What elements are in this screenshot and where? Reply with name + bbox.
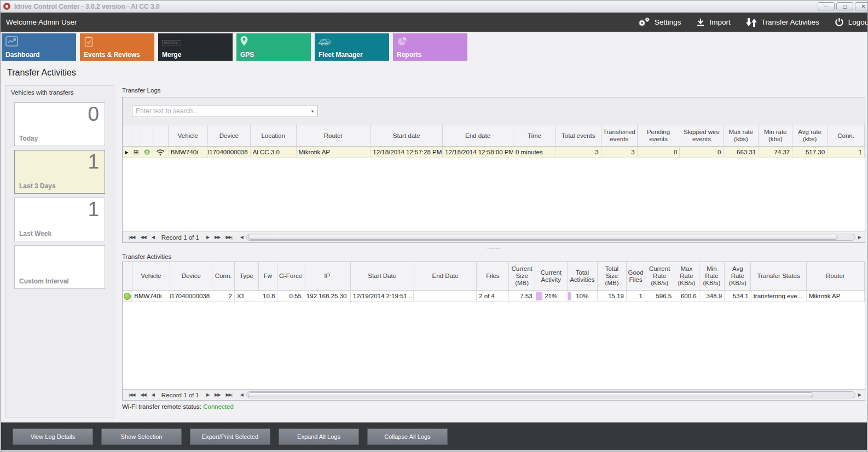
ta-next-page-button[interactable]: ▶▶: [215, 392, 220, 397]
col-ta-total-size[interactable]: Total Size (MB): [598, 262, 627, 290]
expand-row-icon[interactable]: ⊞: [131, 147, 141, 158]
col-ta-end-date[interactable]: End Date: [414, 262, 477, 290]
ta-scrollbar-track[interactable]: [246, 391, 855, 398]
wifi-status-line: Wi-Fi transfer remote status: Connected: [122, 403, 234, 410]
card-custom-interval[interactable]: Custom Interval: [14, 245, 105, 289]
tile-events-reviews[interactable]: Events & Reviews: [80, 33, 154, 61]
tile-dashboard[interactable]: Dashboard: [2, 33, 76, 61]
total-activities-progress-bar: [568, 292, 571, 300]
card-today-label: Today: [19, 135, 38, 142]
col-ta-fw[interactable]: Fw: [259, 262, 278, 290]
col-ta-min-rate[interactable]: Min Rate (KB/s): [699, 262, 725, 290]
col-device[interactable]: Device: [208, 125, 251, 146]
ta-scroll-left-icon[interactable]: ◀: [240, 392, 244, 397]
sidebar-title: Vehicles with transfers: [11, 89, 114, 96]
ta-prev-page-button[interactable]: ◀◀: [140, 392, 146, 397]
first-record-button[interactable]: |◀◀: [129, 235, 135, 240]
transfer-activities-row[interactable]: BMW740i 017040000038 2 X1 10.8 0.55 192.…: [123, 291, 865, 302]
scrollbar-track[interactable]: [246, 234, 855, 241]
scroll-right-icon[interactable]: ▶: [858, 235, 861, 240]
minimize-button[interactable]: —: [818, 2, 835, 10]
panel-splitter[interactable]: ••••••: [122, 246, 865, 251]
col-ta-good-files[interactable]: Good Files: [627, 262, 645, 290]
import-button[interactable]: Import: [696, 18, 730, 27]
view-log-details-button[interactable]: View Log Details: [13, 428, 93, 445]
collapse-all-logs-button[interactable]: Collapse All Logs: [367, 428, 448, 445]
col-ta-ip[interactable]: IP: [304, 262, 351, 290]
card-today[interactable]: 0 Today: [14, 102, 105, 146]
card-last-3-days[interactable]: 1 Last 3 Days: [14, 150, 105, 194]
col-ta-total-activities[interactable]: Total Activities: [568, 262, 598, 290]
col-ta-vehicle[interactable]: Vehicle: [132, 262, 171, 290]
col-indicator: [123, 125, 131, 146]
merge-icon: MERGE: [162, 36, 181, 46]
tile-fleet-manager[interactable]: Fleet Manager: [315, 33, 389, 61]
scrollbar-thumb[interactable]: [248, 235, 838, 240]
col-vehicle[interactable]: Vehicle: [169, 125, 208, 146]
next-record-button[interactable]: ▶: [206, 235, 209, 240]
dropdown-arrow-icon[interactable]: ▼: [308, 109, 317, 113]
tile-gps[interactable]: GPS: [236, 33, 311, 61]
col-router[interactable]: Router: [297, 125, 371, 146]
cell-ta-fw: 10.8: [258, 291, 277, 302]
card-last-week[interactable]: 1 Last Week: [14, 198, 105, 241]
maximize-button[interactable]: ▢: [836, 2, 853, 10]
cell-ta-ip: 192.168.25.30: [304, 291, 351, 302]
col-ta-avg-rate[interactable]: Avg Rate (KB/s): [725, 262, 751, 290]
settings-button[interactable]: Settings: [638, 18, 681, 27]
cell-avg-rate: 517.30: [792, 147, 828, 158]
chart-icon: [5, 36, 19, 47]
col-total-events[interactable]: Total events: [556, 125, 601, 146]
cell-ta-max-rate: 600.6: [674, 291, 699, 302]
col-ta-max-rate[interactable]: Max Rate (KB/s): [674, 262, 699, 290]
col-end-date[interactable]: End date: [443, 125, 513, 146]
col-ta-current-size[interactable]: Current Size (MB): [509, 262, 535, 290]
expand-all-logs-button[interactable]: Expand All Logs: [279, 428, 359, 445]
logout-label: Logout: [848, 18, 868, 26]
export-print-selected-button[interactable]: Export/Print Selected: [190, 428, 270, 445]
tile-reports[interactable]: Reports: [393, 33, 467, 61]
col-skipped-wire-events[interactable]: Skipped wire events: [680, 125, 724, 146]
transfer-activities-button[interactable]: Transfer Activities: [746, 18, 819, 27]
col-pending-events[interactable]: Pending events: [638, 125, 680, 146]
col-conn[interactable]: Conn.: [828, 125, 865, 146]
col-avg-rate[interactable]: Avg rate (kbs): [792, 125, 828, 146]
col-ta-gforce[interactable]: G-Force: [277, 262, 304, 290]
next-page-button[interactable]: ▶▶: [215, 235, 220, 240]
ta-scroll-right-icon[interactable]: ▶: [858, 392, 861, 397]
col-ta-type[interactable]: Type: [235, 262, 259, 290]
col-start-date[interactable]: Start date: [371, 125, 443, 146]
col-ta-device[interactable]: Device: [170, 262, 212, 290]
prev-page-button[interactable]: ◀◀: [140, 235, 146, 240]
ta-scrollbar-thumb[interactable]: [248, 392, 813, 397]
col-ta-conn[interactable]: Conn.: [212, 262, 235, 290]
col-transferred-events[interactable]: Transferred events: [601, 125, 638, 146]
logout-button[interactable]: Logout: [835, 18, 868, 27]
col-ta-start-date[interactable]: Start Date: [351, 262, 414, 290]
col-ta-current-rate[interactable]: Current Rate (KB/s): [645, 262, 674, 290]
col-location[interactable]: Location: [251, 125, 297, 146]
scroll-left-icon[interactable]: ◀: [240, 235, 244, 240]
search-input[interactable]: [132, 107, 308, 115]
col-ta-transfer-status[interactable]: Transfer Status: [751, 262, 806, 290]
show-selection-button[interactable]: Show Selection: [101, 428, 182, 445]
ta-prev-record-button[interactable]: ◀: [152, 392, 154, 397]
cell-skipped-wire-events: 0: [680, 147, 724, 158]
tile-merge[interactable]: MERGE Merge: [158, 33, 233, 61]
ta-next-record-button[interactable]: ▶: [206, 392, 209, 397]
transfer-arrows-icon: [746, 18, 757, 27]
interval-cards: 0 Today 1 Last 3 Days 1 Last Week Custom…: [5, 102, 114, 289]
col-ta-router[interactable]: Router: [807, 262, 865, 290]
ta-last-record-button[interactable]: ▶▶|: [225, 392, 232, 397]
close-button[interactable]: ✕: [855, 2, 868, 10]
prev-record-button[interactable]: ◀: [152, 235, 154, 240]
col-ta-files[interactable]: Files: [477, 262, 509, 290]
last-record-button[interactable]: ▶▶|: [225, 235, 232, 240]
col-max-rate[interactable]: Max rate (kbs): [724, 125, 759, 146]
cell-ta-avg-rate: 534.1: [725, 291, 751, 302]
col-time[interactable]: Time: [513, 125, 556, 146]
transfer-logs-row[interactable]: ▶ ⊞ ⚙ BMW740i 017040000038 Al CC 3.0 Mik…: [123, 147, 865, 158]
ta-first-record-button[interactable]: |◀◀: [129, 392, 135, 397]
col-min-rate[interactable]: Min rate (kbs): [759, 125, 792, 146]
col-ta-current-activity[interactable]: Current Activity: [535, 262, 568, 290]
